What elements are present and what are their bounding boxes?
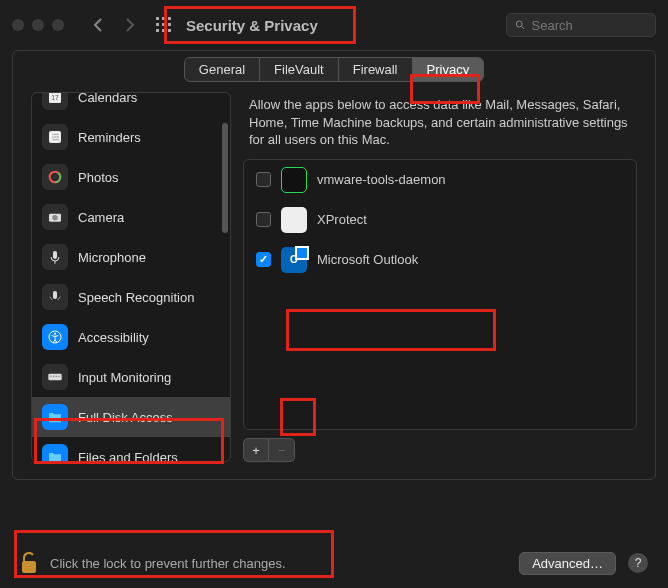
sidebar-item-accessibility[interactable]: Accessibility bbox=[32, 317, 230, 357]
sidebar-item-label: Speech Recognition bbox=[78, 290, 194, 305]
tab-privacy[interactable]: Privacy bbox=[412, 58, 484, 81]
accessibility-icon bbox=[42, 324, 68, 350]
checkbox[interactable] bbox=[256, 212, 271, 227]
svg-text:17: 17 bbox=[51, 94, 59, 101]
checkbox[interactable] bbox=[256, 252, 271, 267]
scrollbar-thumb[interactable] bbox=[222, 123, 228, 233]
search-input[interactable] bbox=[532, 18, 648, 33]
svg-rect-29 bbox=[56, 376, 57, 377]
folder-icon bbox=[42, 444, 68, 461]
bottom-bar: Click the lock to prevent further change… bbox=[0, 538, 668, 588]
zoom-window-icon[interactable] bbox=[52, 19, 64, 31]
main-panel: General FileVault Firewall Privacy 17 Ca… bbox=[12, 50, 656, 480]
sidebar-item-label: Photos bbox=[78, 170, 118, 185]
sidebar-item-label: Input Monitoring bbox=[78, 370, 171, 385]
add-remove-controls: + − bbox=[243, 438, 637, 462]
sidebar-item-calendars[interactable]: 17 Calendars bbox=[32, 93, 230, 117]
description-text: Allow the apps below to access data like… bbox=[243, 92, 637, 159]
sidebar-item-speech[interactable]: Speech Recognition bbox=[32, 277, 230, 317]
app-icon-generic bbox=[281, 207, 307, 233]
app-icon-terminal bbox=[281, 167, 307, 193]
svg-rect-3 bbox=[156, 23, 159, 26]
app-name: vmware-tools-daemon bbox=[317, 172, 446, 187]
svg-rect-30 bbox=[58, 376, 59, 377]
checkbox[interactable] bbox=[256, 172, 271, 187]
tab-bar: General FileVault Firewall Privacy bbox=[184, 57, 484, 82]
search-icon bbox=[515, 19, 526, 31]
photos-icon bbox=[42, 164, 68, 190]
nav-forward-button[interactable] bbox=[118, 13, 142, 37]
svg-rect-1 bbox=[162, 17, 165, 20]
svg-rect-21 bbox=[53, 251, 57, 259]
help-button[interactable]: ? bbox=[628, 553, 648, 573]
camera-icon bbox=[42, 204, 68, 230]
svg-point-20 bbox=[52, 215, 57, 220]
keyboard-icon bbox=[42, 364, 68, 390]
privacy-category-list[interactable]: 17 Calendars Reminders Photos Camera bbox=[31, 92, 231, 462]
add-button[interactable]: + bbox=[243, 438, 269, 462]
sidebar-item-full-disk-access[interactable]: Full Disk Access bbox=[32, 397, 230, 437]
svg-rect-28 bbox=[53, 376, 54, 377]
svg-rect-26 bbox=[48, 374, 61, 381]
svg-rect-7 bbox=[162, 29, 165, 32]
close-window-icon[interactable] bbox=[12, 19, 24, 31]
svg-rect-0 bbox=[156, 17, 159, 20]
folder-icon bbox=[42, 404, 68, 430]
sidebar-item-label: Microphone bbox=[78, 250, 146, 265]
page-title: Security & Privacy bbox=[186, 17, 318, 34]
sidebar-item-label: Full Disk Access bbox=[78, 410, 173, 425]
sidebar-item-label: Camera bbox=[78, 210, 124, 225]
sidebar-item-microphone[interactable]: Microphone bbox=[32, 237, 230, 277]
sidebar-item-input-monitoring[interactable]: Input Monitoring bbox=[32, 357, 230, 397]
lock-icon[interactable] bbox=[20, 552, 38, 574]
svg-rect-2 bbox=[168, 17, 171, 20]
sidebar-item-photos[interactable]: Photos bbox=[32, 157, 230, 197]
lock-text: Click the lock to prevent further change… bbox=[50, 556, 286, 571]
detail-pane: Allow the apps below to access data like… bbox=[243, 92, 637, 462]
sidebar-item-camera[interactable]: Camera bbox=[32, 197, 230, 237]
svg-point-25 bbox=[54, 333, 56, 335]
sidebar-item-reminders[interactable]: Reminders bbox=[32, 117, 230, 157]
app-row[interactable]: XProtect bbox=[244, 200, 636, 240]
tab-firewall[interactable]: Firewall bbox=[338, 58, 412, 81]
tab-general[interactable]: General bbox=[185, 58, 259, 81]
app-name: XProtect bbox=[317, 212, 367, 227]
window-controls[interactable] bbox=[12, 19, 64, 31]
app-icon-outlook: O bbox=[281, 247, 307, 273]
advanced-button[interactable]: Advanced… bbox=[519, 552, 616, 575]
svg-rect-4 bbox=[162, 23, 165, 26]
svg-line-10 bbox=[522, 26, 525, 29]
speech-icon bbox=[42, 284, 68, 310]
svg-rect-31 bbox=[22, 561, 36, 573]
sidebar-item-label: Reminders bbox=[78, 130, 141, 145]
app-name: Microsoft Outlook bbox=[317, 252, 418, 267]
reminders-icon bbox=[42, 124, 68, 150]
app-list[interactable]: vmware-tools-daemon XProtect O Microsoft… bbox=[243, 159, 637, 430]
svg-rect-27 bbox=[50, 376, 51, 377]
tab-filevault[interactable]: FileVault bbox=[259, 58, 338, 81]
svg-rect-8 bbox=[168, 29, 171, 32]
svg-rect-23 bbox=[53, 291, 57, 299]
app-row[interactable]: vmware-tools-daemon bbox=[244, 160, 636, 200]
sidebar-item-label: Calendars bbox=[78, 93, 137, 105]
search-field[interactable] bbox=[506, 13, 656, 37]
sidebar-item-files-folders[interactable]: Files and Folders bbox=[32, 437, 230, 461]
sidebar-item-label: Files and Folders bbox=[78, 450, 178, 462]
microphone-icon bbox=[42, 244, 68, 270]
remove-button[interactable]: − bbox=[269, 438, 295, 462]
app-row[interactable]: O Microsoft Outlook bbox=[244, 240, 636, 280]
calendar-icon: 17 bbox=[42, 93, 68, 110]
svg-rect-6 bbox=[156, 29, 159, 32]
svg-rect-5 bbox=[168, 23, 171, 26]
sidebar-item-label: Accessibility bbox=[78, 330, 149, 345]
svg-point-9 bbox=[516, 21, 522, 27]
all-prefs-grid-icon[interactable] bbox=[150, 17, 178, 33]
minimize-window-icon[interactable] bbox=[32, 19, 44, 31]
nav-back-button[interactable] bbox=[86, 13, 110, 37]
